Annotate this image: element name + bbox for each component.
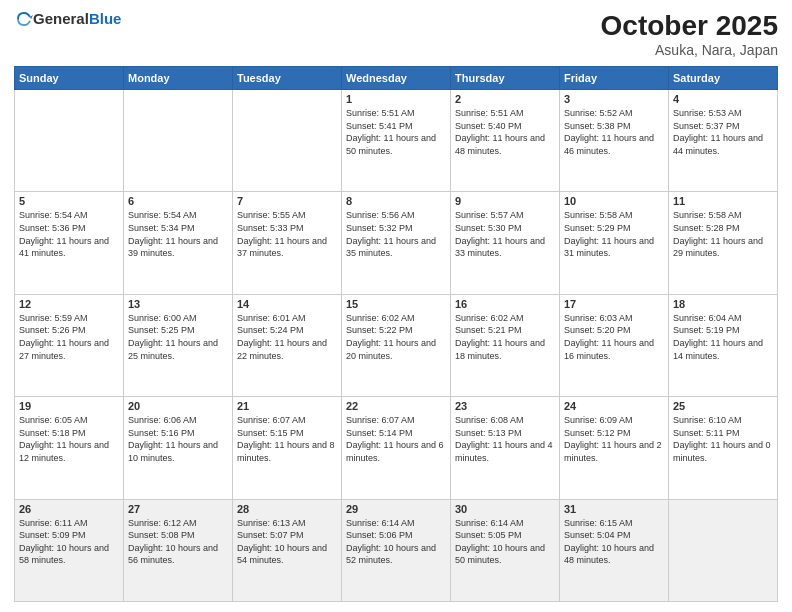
day-info: Sunrise: 6:14 AMSunset: 5:05 PMDaylight:…	[455, 517, 555, 567]
day-number: 8	[346, 195, 446, 207]
day-info: Sunrise: 5:56 AMSunset: 5:32 PMDaylight:…	[346, 209, 446, 259]
day-info: Sunrise: 6:06 AMSunset: 5:16 PMDaylight:…	[128, 414, 228, 464]
day-info: Sunrise: 6:03 AMSunset: 5:20 PMDaylight:…	[564, 312, 664, 362]
calendar-cell: 29Sunrise: 6:14 AMSunset: 5:06 PMDayligh…	[342, 499, 451, 601]
day-info: Sunrise: 5:54 AMSunset: 5:36 PMDaylight:…	[19, 209, 119, 259]
day-number: 21	[237, 400, 337, 412]
calendar-table: SundayMondayTuesdayWednesdayThursdayFrid…	[14, 66, 778, 602]
logo-text: GeneralBlue	[33, 10, 121, 28]
calendar-cell: 6Sunrise: 5:54 AMSunset: 5:34 PMDaylight…	[124, 192, 233, 294]
day-number: 17	[564, 298, 664, 310]
calendar-cell: 11Sunrise: 5:58 AMSunset: 5:28 PMDayligh…	[669, 192, 778, 294]
calendar-cell: 27Sunrise: 6:12 AMSunset: 5:08 PMDayligh…	[124, 499, 233, 601]
day-number: 3	[564, 93, 664, 105]
calendar-cell: 14Sunrise: 6:01 AMSunset: 5:24 PMDayligh…	[233, 294, 342, 396]
calendar-cell: 30Sunrise: 6:14 AMSunset: 5:05 PMDayligh…	[451, 499, 560, 601]
calendar-cell: 24Sunrise: 6:09 AMSunset: 5:12 PMDayligh…	[560, 397, 669, 499]
weekday-header-friday: Friday	[560, 67, 669, 90]
day-info: Sunrise: 6:08 AMSunset: 5:13 PMDaylight:…	[455, 414, 555, 464]
day-info: Sunrise: 5:55 AMSunset: 5:33 PMDaylight:…	[237, 209, 337, 259]
day-info: Sunrise: 5:58 AMSunset: 5:28 PMDaylight:…	[673, 209, 773, 259]
day-number: 22	[346, 400, 446, 412]
day-number: 6	[128, 195, 228, 207]
calendar-cell: 23Sunrise: 6:08 AMSunset: 5:13 PMDayligh…	[451, 397, 560, 499]
calendar-cell: 7Sunrise: 5:55 AMSunset: 5:33 PMDaylight…	[233, 192, 342, 294]
day-number: 11	[673, 195, 773, 207]
day-number: 24	[564, 400, 664, 412]
calendar-cell: 1Sunrise: 5:51 AMSunset: 5:41 PMDaylight…	[342, 90, 451, 192]
day-info: Sunrise: 6:02 AMSunset: 5:21 PMDaylight:…	[455, 312, 555, 362]
day-number: 4	[673, 93, 773, 105]
day-number: 28	[237, 503, 337, 515]
day-number: 27	[128, 503, 228, 515]
day-info: Sunrise: 5:58 AMSunset: 5:29 PMDaylight:…	[564, 209, 664, 259]
calendar-cell: 20Sunrise: 6:06 AMSunset: 5:16 PMDayligh…	[124, 397, 233, 499]
day-number: 23	[455, 400, 555, 412]
weekday-header-saturday: Saturday	[669, 67, 778, 90]
day-info: Sunrise: 6:07 AMSunset: 5:14 PMDaylight:…	[346, 414, 446, 464]
calendar-cell	[233, 90, 342, 192]
weekday-header-tuesday: Tuesday	[233, 67, 342, 90]
day-number: 18	[673, 298, 773, 310]
weekday-header-sunday: Sunday	[15, 67, 124, 90]
calendar-container: GeneralBlue October 2025 Asuka, Nara, Ja…	[0, 0, 792, 612]
location-title: Asuka, Nara, Japan	[601, 42, 778, 58]
calendar-cell: 9Sunrise: 5:57 AMSunset: 5:30 PMDaylight…	[451, 192, 560, 294]
calendar-cell: 16Sunrise: 6:02 AMSunset: 5:21 PMDayligh…	[451, 294, 560, 396]
calendar-cell: 22Sunrise: 6:07 AMSunset: 5:14 PMDayligh…	[342, 397, 451, 499]
day-number: 30	[455, 503, 555, 515]
day-info: Sunrise: 6:00 AMSunset: 5:25 PMDaylight:…	[128, 312, 228, 362]
calendar-cell: 28Sunrise: 6:13 AMSunset: 5:07 PMDayligh…	[233, 499, 342, 601]
calendar-cell: 19Sunrise: 6:05 AMSunset: 5:18 PMDayligh…	[15, 397, 124, 499]
day-number: 9	[455, 195, 555, 207]
calendar-cell: 18Sunrise: 6:04 AMSunset: 5:19 PMDayligh…	[669, 294, 778, 396]
logo-blue: Blue	[89, 10, 122, 27]
day-info: Sunrise: 6:07 AMSunset: 5:15 PMDaylight:…	[237, 414, 337, 464]
day-info: Sunrise: 6:09 AMSunset: 5:12 PMDaylight:…	[564, 414, 664, 464]
day-info: Sunrise: 6:05 AMSunset: 5:18 PMDaylight:…	[19, 414, 119, 464]
day-number: 12	[19, 298, 119, 310]
title-block: October 2025 Asuka, Nara, Japan	[601, 10, 778, 58]
day-info: Sunrise: 6:14 AMSunset: 5:06 PMDaylight:…	[346, 517, 446, 567]
weekday-header-monday: Monday	[124, 67, 233, 90]
day-number: 10	[564, 195, 664, 207]
day-info: Sunrise: 6:12 AMSunset: 5:08 PMDaylight:…	[128, 517, 228, 567]
month-title: October 2025	[601, 10, 778, 42]
calendar-cell	[15, 90, 124, 192]
day-number: 13	[128, 298, 228, 310]
calendar-cell: 4Sunrise: 5:53 AMSunset: 5:37 PMDaylight…	[669, 90, 778, 192]
calendar-cell: 10Sunrise: 5:58 AMSunset: 5:29 PMDayligh…	[560, 192, 669, 294]
calendar-cell: 3Sunrise: 5:52 AMSunset: 5:38 PMDaylight…	[560, 90, 669, 192]
day-info: Sunrise: 6:01 AMSunset: 5:24 PMDaylight:…	[237, 312, 337, 362]
header: GeneralBlue October 2025 Asuka, Nara, Ja…	[14, 10, 778, 58]
calendar-cell: 12Sunrise: 5:59 AMSunset: 5:26 PMDayligh…	[15, 294, 124, 396]
day-number: 5	[19, 195, 119, 207]
weekday-header-thursday: Thursday	[451, 67, 560, 90]
weekday-header-wednesday: Wednesday	[342, 67, 451, 90]
calendar-cell: 8Sunrise: 5:56 AMSunset: 5:32 PMDaylight…	[342, 192, 451, 294]
day-info: Sunrise: 6:10 AMSunset: 5:11 PMDaylight:…	[673, 414, 773, 464]
day-number: 16	[455, 298, 555, 310]
calendar-cell: 13Sunrise: 6:00 AMSunset: 5:25 PMDayligh…	[124, 294, 233, 396]
day-number: 31	[564, 503, 664, 515]
day-info: Sunrise: 5:54 AMSunset: 5:34 PMDaylight:…	[128, 209, 228, 259]
day-info: Sunrise: 5:52 AMSunset: 5:38 PMDaylight:…	[564, 107, 664, 157]
calendar-cell: 15Sunrise: 6:02 AMSunset: 5:22 PMDayligh…	[342, 294, 451, 396]
day-info: Sunrise: 6:11 AMSunset: 5:09 PMDaylight:…	[19, 517, 119, 567]
day-info: Sunrise: 5:57 AMSunset: 5:30 PMDaylight:…	[455, 209, 555, 259]
day-number: 25	[673, 400, 773, 412]
day-info: Sunrise: 6:02 AMSunset: 5:22 PMDaylight:…	[346, 312, 446, 362]
day-number: 1	[346, 93, 446, 105]
calendar-cell	[669, 499, 778, 601]
day-info: Sunrise: 6:13 AMSunset: 5:07 PMDaylight:…	[237, 517, 337, 567]
calendar-cell: 2Sunrise: 5:51 AMSunset: 5:40 PMDaylight…	[451, 90, 560, 192]
day-number: 20	[128, 400, 228, 412]
day-number: 2	[455, 93, 555, 105]
day-number: 29	[346, 503, 446, 515]
calendar-cell: 21Sunrise: 6:07 AMSunset: 5:15 PMDayligh…	[233, 397, 342, 499]
calendar-cell: 25Sunrise: 6:10 AMSunset: 5:11 PMDayligh…	[669, 397, 778, 499]
day-number: 15	[346, 298, 446, 310]
day-info: Sunrise: 5:51 AMSunset: 5:41 PMDaylight:…	[346, 107, 446, 157]
day-number: 7	[237, 195, 337, 207]
calendar-cell: 26Sunrise: 6:11 AMSunset: 5:09 PMDayligh…	[15, 499, 124, 601]
